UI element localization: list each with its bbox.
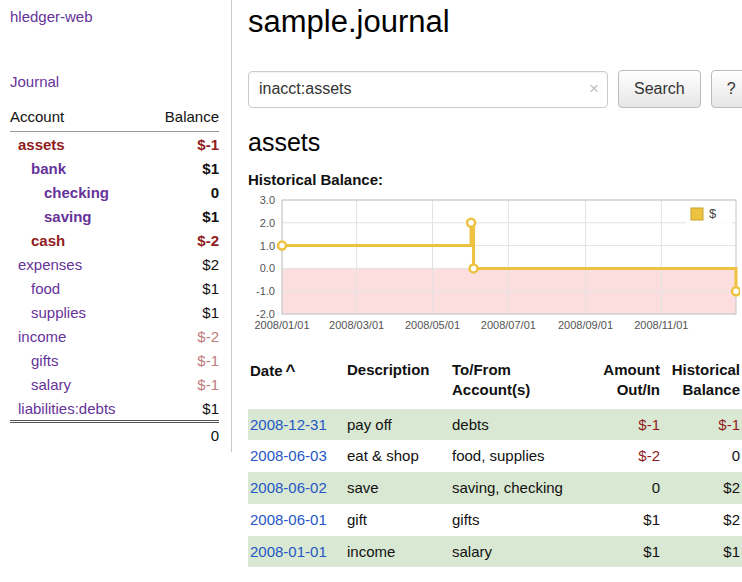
transaction-accounts: food, supplies bbox=[450, 440, 592, 472]
transaction-description: income bbox=[345, 536, 450, 568]
main-content: sample.journal × Search ? assets Histori… bbox=[232, 0, 742, 582]
transaction-date-link[interactable]: 2008-06-01 bbox=[250, 511, 327, 528]
sort-asc-icon: ^ bbox=[286, 361, 296, 380]
transaction-description: gift bbox=[345, 504, 450, 536]
data-point-marker bbox=[470, 264, 478, 272]
register-table: Date^ Description To/From Account(s) Amo… bbox=[248, 358, 742, 567]
transaction-amount: $-1 bbox=[592, 409, 662, 441]
transaction-accounts: debts bbox=[450, 409, 592, 441]
search-button[interactable]: Search bbox=[618, 70, 701, 108]
account-row: expenses$2 bbox=[10, 252, 219, 276]
register-row: 2008-06-01giftgifts$1$2 bbox=[248, 504, 742, 536]
register-row: 2008-06-02savesaving, checking0$2 bbox=[248, 472, 742, 504]
help-button[interactable]: ? bbox=[711, 70, 742, 108]
legend-swatch bbox=[691, 208, 703, 220]
account-row: bank$1 bbox=[10, 156, 219, 180]
account-row: checking0 bbox=[10, 180, 219, 204]
account-row: saving$1 bbox=[10, 204, 219, 228]
x-tick-label: 2008/07/01 bbox=[481, 319, 536, 331]
account-row: food$1 bbox=[10, 276, 219, 300]
y-tick-label: -1.0 bbox=[256, 285, 275, 297]
account-link[interactable]: assets bbox=[18, 136, 65, 153]
account-link[interactable]: food bbox=[31, 280, 60, 297]
accounts-body: assets$-1bank$1checking0saving$1cash$-2e… bbox=[10, 132, 219, 422]
x-tick-label: 2008/01/01 bbox=[254, 319, 309, 331]
account-balance: $-1 bbox=[148, 348, 219, 372]
transaction-amount: $1 bbox=[592, 536, 662, 568]
account-link[interactable]: supplies bbox=[31, 304, 86, 321]
data-point-marker bbox=[278, 242, 286, 250]
account-row: assets$-1 bbox=[10, 132, 219, 157]
transaction-date-link[interactable]: 2008-06-03 bbox=[250, 447, 327, 464]
sidebar-item-journal[interactable]: Journal bbox=[10, 73, 219, 90]
y-tick-label: 1.0 bbox=[260, 240, 275, 252]
accounts-table: Account Balance assets$-1bank$1checking0… bbox=[10, 104, 219, 448]
y-tick-label: 0.0 bbox=[260, 262, 275, 274]
transaction-amount: 0 bbox=[592, 472, 662, 504]
account-balance: $1 bbox=[148, 276, 219, 300]
account-row: income$-2 bbox=[10, 324, 219, 348]
register-row: 2008-01-01incomesalary$1$1 bbox=[248, 536, 742, 568]
transaction-balance: $1 bbox=[662, 536, 742, 568]
x-tick-label: 2008/09/01 bbox=[558, 319, 613, 331]
register-row: 2008-12-31pay offdebts$-1$-1 bbox=[248, 409, 742, 441]
register-header-amount: Amount Out/In bbox=[592, 358, 662, 409]
accounts-header-account: Account bbox=[10, 104, 148, 132]
x-tick-label: 2008/05/01 bbox=[405, 319, 460, 331]
account-link[interactable]: salary bbox=[31, 376, 71, 393]
transaction-description: pay off bbox=[345, 409, 450, 441]
account-balance: $-1 bbox=[148, 372, 219, 396]
balance-chart: 3.02.01.00.0-1.0-2.02008/01/012008/03/01… bbox=[248, 192, 742, 342]
account-link[interactable]: income bbox=[18, 328, 66, 345]
transaction-balance: $2 bbox=[662, 504, 742, 536]
clear-search-icon[interactable]: × bbox=[589, 79, 599, 99]
transaction-date-link[interactable]: 2008-01-01 bbox=[250, 543, 327, 560]
transaction-amount: $1 bbox=[592, 504, 662, 536]
transaction-description: eat & shop bbox=[345, 440, 450, 472]
transaction-description: save bbox=[345, 472, 450, 504]
account-balance: $2 bbox=[148, 252, 219, 276]
transaction-accounts: gifts bbox=[450, 504, 592, 536]
date-header-label: Date bbox=[250, 362, 283, 379]
register-header-description: Description bbox=[345, 358, 450, 409]
app-window: hledger-web Journal Account Balance asse… bbox=[0, 0, 742, 582]
account-heading: assets bbox=[248, 128, 742, 157]
account-balance: $1 bbox=[148, 204, 219, 228]
account-link[interactable]: gifts bbox=[31, 352, 59, 369]
account-balance: 0 bbox=[148, 180, 219, 204]
accounts-header-balance: Balance bbox=[148, 104, 219, 132]
y-tick-label: 3.0 bbox=[260, 194, 275, 206]
account-link[interactable]: checking bbox=[44, 184, 109, 201]
chart-svg: 3.02.01.00.0-1.0-2.02008/01/012008/03/01… bbox=[248, 192, 740, 342]
account-balance: $1 bbox=[148, 300, 219, 324]
register-body: 2008-12-31pay offdebts$-1$-12008-06-03ea… bbox=[248, 409, 742, 568]
x-tick-label: 2008/03/01 bbox=[329, 319, 384, 331]
register-header-date[interactable]: Date^ bbox=[248, 358, 345, 409]
register-header-balance: Historical Balance bbox=[662, 358, 742, 409]
search-bar: × Search ? bbox=[248, 70, 742, 108]
transaction-balance: 0 bbox=[662, 440, 742, 472]
account-link[interactable]: liabilities:debts bbox=[18, 400, 116, 417]
account-balance: $-2 bbox=[148, 324, 219, 348]
legend-label: $ bbox=[709, 206, 717, 221]
account-row: liabilities:debts$1 bbox=[10, 396, 219, 422]
account-row: supplies$1 bbox=[10, 300, 219, 324]
account-row: gifts$-1 bbox=[10, 348, 219, 372]
search-input[interactable] bbox=[248, 71, 608, 108]
brand-link[interactable]: hledger-web bbox=[10, 8, 219, 25]
x-tick-label: 2008/11/01 bbox=[634, 319, 688, 331]
page-title: sample.journal bbox=[248, 4, 742, 40]
account-link[interactable]: bank bbox=[31, 160, 66, 177]
transaction-accounts: salary bbox=[450, 536, 592, 568]
account-row: cash$-2 bbox=[10, 228, 219, 252]
transaction-date-link[interactable]: 2008-06-02 bbox=[250, 479, 327, 496]
data-point-marker bbox=[732, 287, 740, 295]
transaction-date-link[interactable]: 2008-12-31 bbox=[250, 416, 327, 433]
transaction-balance: $-1 bbox=[662, 409, 742, 441]
data-point-marker bbox=[467, 219, 475, 227]
account-link[interactable]: saving bbox=[44, 208, 92, 225]
account-balance: $1 bbox=[148, 396, 219, 422]
account-link[interactable]: cash bbox=[31, 232, 65, 249]
register-row: 2008-06-03eat & shopfood, supplies$-20 bbox=[248, 440, 742, 472]
account-link[interactable]: expenses bbox=[18, 256, 82, 273]
